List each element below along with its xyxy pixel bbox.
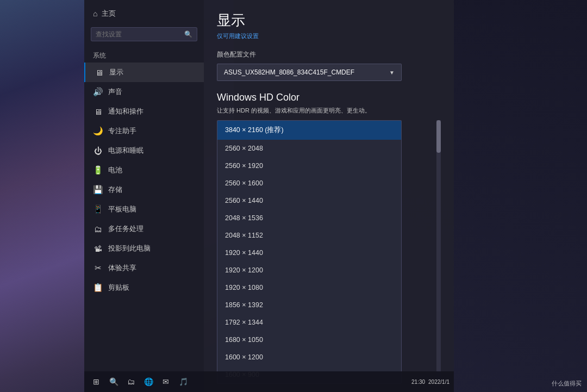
sidebar-item-sound-label: 声音 — [108, 87, 122, 97]
taskbar-mail-button[interactable]: ✉ — [158, 374, 173, 389]
sidebar-item-display-label: 显示 — [109, 67, 123, 77]
sidebar-item-sound[interactable]: 🔊 声音 — [84, 82, 204, 102]
clipboard-icon: 📋 — [93, 283, 103, 293]
notifications-icon: 🖥 — [93, 107, 103, 116]
sidebar-item-tablet-label: 平板电脑 — [108, 204, 136, 214]
resolution-item-8[interactable]: 1920 × 1200 — [217, 262, 401, 279]
taskbar-music-button[interactable]: 🎵 — [176, 374, 191, 389]
taskbar-search-button[interactable]: 🔍 — [106, 374, 121, 389]
taskbar-taskview-button[interactable]: 🗂 — [123, 374, 139, 389]
color-profile-value: ASUS_UX582HM_8086_834C415F_CMDEF — [224, 69, 354, 76]
battery-icon: 🔋 — [93, 165, 103, 175]
sidebar-item-focus-label: 专注助手 — [108, 126, 136, 136]
color-profile-dropdown[interactable]: ASUS_UX582HM_8086_834C415F_CMDEF ▼ — [217, 64, 402, 81]
settings-panel: ⌂ 主页 🔍 系统 🖥 显示 🔊 声音 🖥 通知和操作 🌙 专注助手 ⏻ 电源和… — [84, 0, 454, 392]
sidebar-item-display[interactable]: 🖥 显示 — [84, 63, 204, 82]
resolution-item-3[interactable]: 2560 × 1600 — [217, 175, 401, 192]
search-box[interactable]: 🔍 — [91, 27, 197, 41]
project-icon: 📽 — [93, 244, 103, 253]
scrollbar-thumb — [436, 120, 441, 153]
home-label: 主页 — [102, 9, 116, 18]
hd-color-title: Windows HD Color — [217, 92, 441, 103]
focus-icon: 🌙 — [93, 126, 103, 136]
taskbar-date: 2022/1/1 — [428, 379, 449, 385]
hd-color-desc: 让支持 HDR 的视频、游戏和应用的画面更明亮、更生动。 — [217, 107, 402, 115]
resolution-item-5[interactable]: 2048 × 1536 — [217, 209, 401, 227]
sidebar-item-share-label: 体验共享 — [108, 263, 136, 273]
dropdown-arrow-icon: ▼ — [389, 70, 395, 76]
resolution-item-1[interactable]: 2560 × 2048 — [217, 140, 401, 157]
storage-icon: 💾 — [93, 185, 103, 195]
taskbar-start-button[interactable]: ⊞ — [89, 374, 104, 389]
resolution-item-9[interactable]: 1920 × 1080 — [217, 279, 401, 296]
sidebar-item-notifications-label: 通知和操作 — [108, 107, 143, 116]
resolution-item-0[interactable]: 3840 × 2160 (推荐) — [217, 121, 401, 140]
sidebar-item-notifications[interactable]: 🖥 通知和操作 — [84, 102, 204, 121]
resolution-scrollbar[interactable] — [436, 120, 441, 384]
sidebar-item-multitask[interactable]: 🗂 多任务处理 — [84, 219, 204, 239]
nav-sidebar: ⌂ 主页 🔍 系统 🖥 显示 🔊 声音 🖥 通知和操作 🌙 专注助手 ⏻ 电源和… — [84, 0, 204, 392]
watermark: 什么值得买 — [552, 379, 582, 388]
taskbar-sys-tray: 21:30 2022/1/1 — [411, 379, 449, 385]
resolution-item-11[interactable]: 1792 × 1344 — [217, 314, 401, 331]
taskbar-edge-button[interactable]: 🌐 — [141, 374, 156, 389]
search-input[interactable] — [96, 30, 181, 38]
resolution-item-4[interactable]: 2560 × 1440 — [217, 192, 401, 209]
resolution-item-10[interactable]: 1856 × 1392 — [217, 296, 401, 314]
sidebar-item-tablet[interactable]: 📱 平板电脑 — [84, 200, 204, 219]
sidebar-item-share[interactable]: ✂ 体验共享 — [84, 258, 204, 278]
taskbar-time: 21:30 — [411, 379, 425, 385]
resolution-item-6[interactable]: 2048 × 1152 — [217, 227, 401, 244]
sidebar-item-battery[interactable]: 🔋 电池 — [84, 160, 204, 180]
sidebar-item-storage-label: 存储 — [108, 185, 122, 195]
watermark-text: 什么值得买 — [552, 380, 582, 387]
sidebar-item-focus[interactable]: 🌙 专注助手 — [84, 121, 204, 141]
sidebar-item-multitask-label: 多任务处理 — [108, 224, 143, 234]
main-content: 显示 仅可用建议设置 颜色配置文件 ASUS_UX582HM_8086_834C… — [204, 0, 454, 392]
share-icon: ✂ — [93, 263, 103, 273]
resolution-list: 3840 × 2160 (推荐) 2560 × 2048 2560 × 1920… — [217, 120, 402, 384]
multitask-icon: 🗂 — [93, 225, 103, 234]
sidebar-item-clipboard[interactable]: 📋 剪贴板 — [84, 278, 204, 297]
display-icon: 🖥 — [94, 68, 104, 77]
subtitle-link[interactable]: 仅可用建议设置 — [217, 32, 441, 40]
tablet-icon: 📱 — [93, 204, 103, 214]
color-profile-label: 颜色配置文件 — [217, 50, 441, 59]
power-icon: ⏻ — [93, 146, 103, 155]
resolution-item-2[interactable]: 2560 × 1920 — [217, 157, 401, 175]
resolution-item-7[interactable]: 1920 × 1440 — [217, 244, 401, 262]
search-icon: 🔍 — [184, 30, 192, 38]
page-title: 显示 — [217, 11, 441, 30]
sidebar-item-clipboard-label: 剪贴板 — [108, 283, 129, 293]
sidebar-item-storage[interactable]: 💾 存储 — [84, 180, 204, 200]
nav-header: ⌂ 主页 — [84, 4, 204, 25]
sidebar-item-project[interactable]: 📽 投影到此电脑 — [84, 239, 204, 258]
resolution-item-13[interactable]: 1600 × 1200 — [217, 349, 401, 366]
sidebar-item-project-label: 投影到此电脑 — [108, 244, 151, 253]
home-icon: ⌂ — [93, 9, 97, 18]
sidebar-item-power[interactable]: ⏻ 电源和睡眠 — [84, 141, 204, 160]
taskbar: ⊞ 🔍 🗂 🌐 ✉ 🎵 21:30 2022/1/1 — [84, 371, 454, 392]
resolution-item-12[interactable]: 1680 × 1050 — [217, 331, 401, 349]
nav-section-label: 系统 — [84, 48, 204, 63]
sidebar-item-power-label: 电源和睡眠 — [108, 146, 143, 155]
sidebar-item-battery-label: 电池 — [108, 165, 122, 175]
sound-icon: 🔊 — [93, 87, 103, 97]
resolution-list-wrap: 3840 × 2160 (推荐) 2560 × 2048 2560 × 1920… — [217, 120, 441, 384]
